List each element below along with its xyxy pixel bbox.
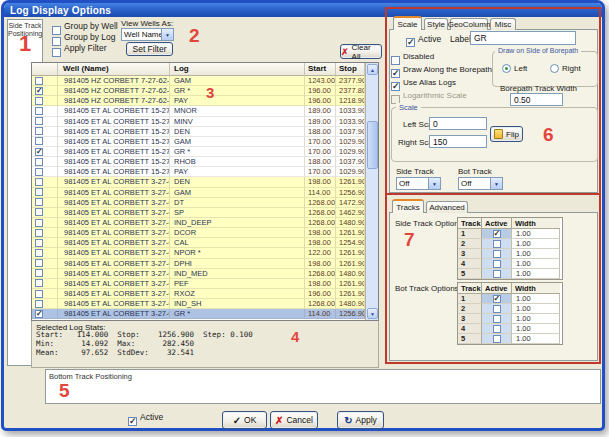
row-checkbox[interactable]: [32, 167, 58, 177]
bot-track-dropdown[interactable]: Off ▼: [458, 177, 503, 190]
header-start[interactable]: Start: [305, 63, 336, 76]
tab-geocolumn[interactable]: GeoColumn: [450, 18, 488, 30]
track-width-cell[interactable]: 1.00: [512, 324, 560, 334]
tab-style[interactable]: Style: [424, 18, 448, 30]
track-active-cell[interactable]: [482, 304, 512, 314]
right-scale-input[interactable]: 150: [429, 135, 487, 148]
row-checkbox[interactable]: [32, 76, 58, 86]
table-row[interactable]: 981405 ET AL CORBETT 3-27-62-6DPHI198.00…: [32, 259, 365, 269]
table-row[interactable]: 981405 ET AL CORBETT 3-27-62-6GAM114.001…: [32, 188, 365, 198]
row-checkbox[interactable]: [32, 106, 58, 116]
track-width-cell[interactable]: 1.00: [512, 259, 560, 269]
row-checkbox[interactable]: [32, 309, 58, 319]
tab-misc[interactable]: Misc: [490, 18, 516, 30]
row-checkbox[interactable]: [32, 96, 58, 106]
table-row[interactable]: 981405 HZ CORBETT 7-27-62-6PAY196.001218…: [32, 96, 365, 106]
scrollbar-thumb[interactable]: [367, 121, 378, 169]
row-checkbox[interactable]: [32, 228, 58, 238]
table-row[interactable]: 981405 ET AL CORBETT 3-27-62-6SP1268.001…: [32, 208, 365, 218]
chevron-down-icon[interactable]: ▼: [161, 29, 173, 40]
table-row[interactable]: 981405 ET AL CORBETT 15-27-62-6GAM170.00…: [32, 137, 365, 147]
table-row[interactable]: 981405 ET AL CORBETT 15-27-62-6RHOB188.0…: [32, 157, 365, 167]
table-row[interactable]: 981405 ET AL CORBETT 15-27-62-6GR *170.0…: [32, 147, 365, 157]
table-row[interactable]: 981405 ET AL CORBETT 3-27-62-6PEF198.001…: [32, 279, 365, 289]
row-checkbox[interactable]: [32, 86, 58, 96]
row-checkbox[interactable]: [32, 137, 58, 147]
row-checkbox[interactable]: [32, 279, 58, 289]
row-checkbox[interactable]: [32, 259, 58, 269]
track-width-cell[interactable]: 1.00: [512, 304, 560, 314]
clear-all-button[interactable]: ✗ Clear All: [340, 44, 382, 59]
track-active-cell[interactable]: [482, 229, 512, 239]
row-checkbox[interactable]: [32, 248, 58, 258]
table-row[interactable]: 981405 ET AL CORBETT 3-27-62-6GR *114.00…: [32, 309, 365, 319]
chevron-down-icon[interactable]: ▼: [490, 178, 502, 189]
row-checkbox[interactable]: [32, 188, 58, 198]
ok-button[interactable]: ✓ OK: [222, 411, 267, 429]
row-checkbox[interactable]: [32, 127, 58, 137]
track-width-cell[interactable]: 1.00: [512, 294, 560, 304]
track-width-cell[interactable]: 1.00: [512, 249, 560, 259]
apply-button[interactable]: ↻ Apply: [337, 411, 384, 429]
left-scale-input[interactable]: 0: [429, 117, 487, 130]
table-row[interactable]: 981405 ET AL CORBETT 3-27-62-6IND_SH1268…: [32, 299, 365, 309]
table-row[interactable]: 981405 ET AL CORBETT 3-27-62-6DT1268.001…: [32, 198, 365, 208]
table-row[interactable]: 981405 ET AL CORBETT 3-27-62-6IND_MED126…: [32, 269, 365, 279]
table-row[interactable]: 981405 ET AL CORBETT 3-27-62-6NPOR *122.…: [32, 248, 365, 258]
left-radio[interactable]: [502, 64, 511, 73]
row-checkbox[interactable]: [32, 218, 58, 228]
track-width-cell[interactable]: 1.00: [512, 269, 560, 279]
borepath-width-input[interactable]: 0.50: [510, 93, 563, 106]
track-active-cell[interactable]: [482, 294, 512, 304]
apply-filter-checkbox[interactable]: [52, 43, 61, 61]
track-active-cell[interactable]: [482, 314, 512, 324]
view-wells-dropdown[interactable]: Well Name ▼: [121, 28, 174, 41]
track-width-cell[interactable]: 1.00: [512, 334, 560, 344]
row-checkbox[interactable]: [32, 289, 58, 299]
table-scrollbar[interactable]: ▲ ▼: [365, 63, 378, 320]
track-active-cell[interactable]: [482, 259, 512, 269]
table-row[interactable]: 981405 ET AL CORBETT 3-27-62-6CAL198.001…: [32, 238, 365, 248]
header-well[interactable]: Well (Name): [58, 63, 170, 76]
label-input[interactable]: GR: [470, 31, 576, 45]
tab-tracks[interactable]: Tracks: [392, 199, 424, 213]
header-log[interactable]: Log: [170, 63, 305, 76]
track-active-cell[interactable]: [482, 324, 512, 334]
table-row[interactable]: 981405 ET AL CORBETT 15-27-62-6MNOR189.0…: [32, 106, 365, 116]
table-row[interactable]: 981405 ET AL CORBETT 15-27-62-6MINV189.0…: [32, 117, 365, 127]
table-row[interactable]: 981405 ET AL CORBETT 3-27-62-6DEN198.001…: [32, 177, 365, 187]
set-filter-button[interactable]: Set Filter: [126, 42, 173, 56]
tab-advanced[interactable]: Advanced: [426, 201, 468, 213]
table-row[interactable]: 981405 ET AL CORBETT 15-27-62-6PAY170.00…: [32, 167, 365, 177]
tab-scale[interactable]: Scale: [393, 16, 422, 30]
track-active-cell[interactable]: [482, 249, 512, 259]
track-active-cell[interactable]: [482, 239, 512, 249]
row-checkbox[interactable]: [32, 269, 58, 279]
table-row[interactable]: 981405 HZ CORBETT 7-27-62-6GAM1243.00237…: [32, 76, 365, 86]
cancel-button[interactable]: ✗ Cancel: [270, 411, 318, 429]
row-checkbox[interactable]: [32, 157, 58, 167]
track-width-cell[interactable]: 1.00: [512, 239, 560, 249]
right-radio[interactable]: [550, 64, 559, 73]
track-active-cell[interactable]: [482, 269, 512, 279]
track-active-cell[interactable]: [482, 334, 512, 344]
table-row[interactable]: 981405 ET AL CORBETT 3-27-62-6DCOR198.00…: [32, 228, 365, 238]
row-checkbox[interactable]: [32, 238, 58, 248]
row-checkbox[interactable]: [32, 198, 58, 208]
header-stop[interactable]: Stop: [336, 63, 365, 76]
table-row[interactable]: 981405 ET AL CORBETT 15-27-62-6DEN188.00…: [32, 127, 365, 137]
scroll-down-icon[interactable]: ▼: [367, 308, 378, 319]
row-checkbox[interactable]: [32, 208, 58, 218]
row-checkbox[interactable]: [32, 117, 58, 127]
table-row[interactable]: 981405 ET AL CORBETT 3-27-62-6RXOZ196.00…: [32, 289, 365, 299]
chevron-down-icon[interactable]: ▼: [428, 178, 440, 189]
track-width-cell[interactable]: 1.00: [512, 229, 560, 239]
row-checkbox[interactable]: [32, 299, 58, 309]
side-track-dropdown[interactable]: Off ▼: [396, 177, 441, 190]
table-row[interactable]: 981405 ET AL CORBETT 3-27-62-6IND_DEEP12…: [32, 218, 365, 228]
table-row[interactable]: 981405 HZ CORBETT 7-27-62-6GR *196.00237…: [32, 86, 365, 96]
track-width-cell[interactable]: 1.00: [512, 314, 560, 324]
row-checkbox[interactable]: [32, 177, 58, 187]
scroll-up-icon[interactable]: ▲: [367, 64, 378, 75]
active-checkbox[interactable]: [406, 33, 415, 51]
